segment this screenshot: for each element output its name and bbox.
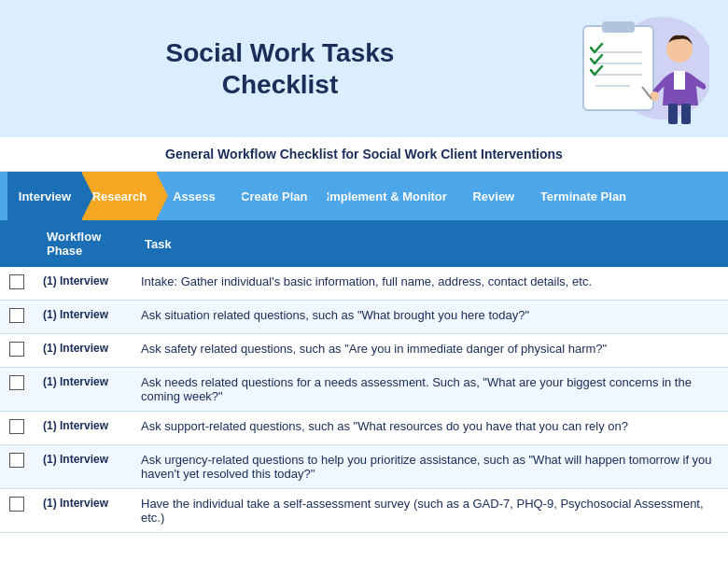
checkbox-cell-2[interactable]: [0, 334, 34, 368]
phase-cell-1: (1) Interview: [34, 301, 132, 334]
checkbox-3[interactable]: [9, 375, 24, 390]
task-cell-5: Ask urgency-related questions to help yo…: [132, 445, 728, 489]
checkbox-cell-4[interactable]: [0, 412, 34, 445]
phase-cell-2: (1) Interview: [34, 334, 132, 368]
task-cell-2: Ask safety related questions, such as "A…: [132, 334, 728, 368]
svg-rect-2: [602, 21, 635, 33]
phase-cell-4: (1) Interview: [34, 412, 132, 445]
phase-cell-0: (1) Interview: [34, 267, 132, 301]
task-cell-3: Ask needs related questions for a needs …: [132, 368, 728, 412]
checkbox-5[interactable]: [9, 453, 24, 468]
checkbox-cell-0[interactable]: [0, 267, 34, 301]
task-cell-4: Ask support-related questions, such as "…: [132, 412, 728, 445]
header-text: Social Work Tasks Checklist: [19, 37, 541, 104]
workflow-nav: InterviewResearchAssessCreate PlanImplem…: [0, 172, 728, 220]
checkbox-2[interactable]: [9, 342, 24, 357]
checkbox-6[interactable]: [9, 497, 24, 512]
subtitle-text: General Workflow Checklist for Social Wo…: [19, 147, 709, 161]
checkbox-cell-3[interactable]: [0, 368, 34, 412]
workflow-step-create-plan[interactable]: Create Plan: [231, 172, 317, 220]
workflow-step-review[interactable]: Review: [456, 172, 531, 220]
table-header-phase: Workflow Phase: [34, 220, 132, 267]
checklist-table: Workflow Phase Task (1) InterviewIntake:…: [0, 220, 728, 533]
table-header-checkbox: [0, 220, 34, 267]
table-row: (1) InterviewHave the individual take a …: [0, 489, 728, 533]
header-section: Social Work Tasks Checklist: [0, 0, 728, 137]
phase-cell-5: (1) Interview: [34, 445, 132, 489]
workflow-step-interview[interactable]: Interview: [7, 172, 82, 220]
header-illustration: [541, 17, 709, 124]
table-row: (1) InterviewAsk needs related questions…: [0, 368, 728, 412]
svg-rect-1: [583, 26, 653, 110]
page-title: Social Work Tasks Checklist: [19, 37, 541, 100]
svg-rect-8: [674, 71, 685, 90]
table-row: (1) InterviewIntake: Gather individual's…: [0, 267, 728, 301]
phase-cell-3: (1) Interview: [34, 368, 132, 412]
svg-point-9: [650, 91, 659, 101]
svg-rect-11: [668, 104, 678, 124]
workflow-step-assess[interactable]: Assess: [157, 172, 231, 220]
task-cell-6: Have the individual take a self-assessme…: [132, 489, 728, 533]
table-row: (1) InterviewAsk situation related quest…: [0, 301, 728, 334]
table-row: (1) InterviewAsk support-related questio…: [0, 412, 728, 445]
workflow-step-research[interactable]: Research: [82, 172, 157, 220]
checkbox-0[interactable]: [9, 274, 24, 289]
svg-rect-12: [681, 104, 691, 124]
table-row: (1) InterviewAsk urgency-related questio…: [0, 445, 728, 489]
checkbox-cell-1[interactable]: [0, 301, 34, 334]
phase-cell-6: (1) Interview: [34, 489, 132, 533]
task-cell-1: Ask situation related questions, such as…: [132, 301, 728, 334]
checkbox-cell-6[interactable]: [0, 489, 34, 533]
workflow-step-implement---monitor[interactable]: Implement & Monitor: [317, 172, 456, 220]
checkbox-1[interactable]: [9, 308, 24, 323]
subtitle-bar: General Workflow Checklist for Social Wo…: [0, 137, 728, 172]
task-cell-0: Intake: Gather individual's basic inform…: [132, 267, 728, 301]
table-row: (1) InterviewAsk safety related question…: [0, 334, 728, 368]
table-header-task: Task: [132, 220, 728, 267]
checkbox-4[interactable]: [9, 419, 24, 434]
checkbox-cell-5[interactable]: [0, 445, 34, 489]
workflow-step-terminate-plan[interactable]: Terminate Plan: [531, 172, 636, 220]
